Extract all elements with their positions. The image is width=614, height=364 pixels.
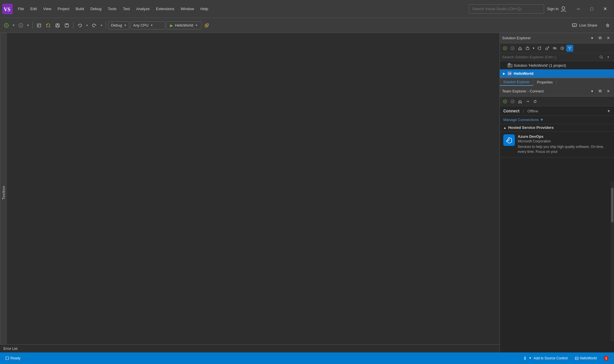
azure-info: Azure DevOps Microsoft Corporation Servi…	[518, 134, 611, 154]
svg-point-31	[524, 359, 526, 360]
tab-properties[interactable]: Properties	[533, 79, 556, 86]
status-ready[interactable]: Ready	[3, 356, 22, 361]
menu-view[interactable]: View	[40, 5, 54, 13]
menu-window[interactable]: Window	[178, 5, 197, 13]
live-share-button[interactable]: Live Share	[568, 21, 601, 29]
toolbar-extra-button[interactable]	[203, 21, 211, 29]
right-panel: Solution Explorer ▾ ✕	[500, 33, 614, 352]
pin-button[interactable]	[604, 21, 612, 29]
menu-project[interactable]: Project	[55, 5, 72, 13]
svg-rect-19	[555, 48, 556, 49]
menu-edit[interactable]: Edit	[27, 5, 40, 13]
window-controls: ─ □ ✕	[572, 3, 612, 15]
maximize-button[interactable]: □	[585, 3, 598, 15]
menu-file[interactable]: File	[15, 5, 27, 13]
save-button[interactable]	[53, 21, 62, 29]
configuration-chevron-icon: ▼	[124, 24, 127, 27]
nav-forward-button[interactable]	[17, 21, 25, 29]
redo-button[interactable]	[90, 21, 98, 29]
se-home-button[interactable]	[517, 45, 524, 52]
te-back-button[interactable]	[502, 98, 508, 105]
se-search-input[interactable]	[502, 55, 598, 59]
menu-test[interactable]: Test	[120, 5, 133, 13]
solution-panel-tabs: Solution Explorer Properties	[500, 78, 614, 86]
te-forward-button[interactable]	[509, 98, 516, 105]
hosted-providers-section[interactable]: ▲ Hosted Service Providers	[500, 124, 614, 131]
status-project[interactable]: C# HelloWorld	[573, 356, 598, 361]
solution-expand-icon[interactable]	[502, 63, 506, 67]
menu-analyze[interactable]: Analyze	[133, 5, 152, 13]
se-collapse-button[interactable]	[544, 45, 551, 52]
nav-back-button[interactable]	[2, 21, 10, 29]
svg-point-27	[503, 100, 507, 103]
svg-point-4	[19, 23, 23, 27]
se-search-dropdown[interactable]: ▼	[605, 54, 612, 61]
menu-extensions[interactable]: Extensions	[153, 5, 177, 13]
project-expand-icon[interactable]: ▶	[502, 71, 506, 75]
run-button[interactable]: ▶ HelloWorld ▼	[166, 21, 201, 29]
solution-label: Solution 'HelloWorld' (1 project)	[514, 63, 566, 68]
redo-dropdown-button[interactable]: ▼	[99, 21, 103, 29]
solution-explorer-title: Solution Explorer	[502, 36, 587, 40]
status-bar: Ready Add to Source Control C# HelloWorl…	[0, 352, 614, 364]
source-control-label: Add to Source Control	[533, 356, 567, 360]
connect-title: Connect	[503, 109, 519, 113]
menu-build[interactable]: Build	[73, 5, 87, 13]
vs-logo-icon: VS	[2, 4, 13, 14]
se-search-icon[interactable]	[598, 54, 605, 61]
te-refresh-button[interactable]	[532, 98, 539, 105]
nav-forward-dropdown-button[interactable]: ▼	[26, 21, 30, 29]
team-explorer-header: Team Explorer - Connect ▾ ✕	[500, 86, 614, 96]
se-refresh-button[interactable]	[536, 45, 543, 52]
error-list-label: Error List	[3, 347, 18, 351]
notification-button[interactable]: 1	[602, 355, 611, 361]
manage-connections-arrow-icon: ▼	[540, 118, 544, 122]
source-control-button[interactable]: Add to Source Control	[521, 356, 569, 361]
save-all-button[interactable]	[63, 21, 71, 29]
se-settings-dropdown[interactable]: ▼	[532, 45, 536, 52]
solution-explorer-dropdown-button[interactable]: ▾	[589, 35, 595, 42]
se-properties-button[interactable]	[559, 45, 566, 52]
te-connect-button[interactable]	[524, 98, 531, 105]
project-icon: C#	[507, 71, 513, 76]
menu-help[interactable]: Help	[197, 5, 211, 13]
project-tree-item[interactable]: ▶ C# HelloWorld	[500, 69, 614, 77]
connect-dropdown-button[interactable]: ▼	[607, 109, 611, 113]
scrollbar-thumb[interactable]	[611, 188, 613, 222]
undo-dropdown-button[interactable]: ▼	[85, 21, 89, 29]
se-forward-button[interactable]	[509, 45, 516, 52]
configuration-dropdown[interactable]: Debug ▼	[108, 21, 129, 29]
te-close-button[interactable]: ✕	[605, 88, 612, 95]
se-filter-button[interactable]	[566, 45, 573, 52]
svg-rect-16	[526, 48, 529, 50]
close-button[interactable]: ✕	[598, 3, 612, 15]
search-input[interactable]	[469, 4, 544, 14]
editor-area[interactable]	[7, 33, 500, 352]
undo-button[interactable]	[76, 21, 84, 29]
open-file-button[interactable]	[44, 21, 52, 29]
se-sync-button[interactable]	[551, 45, 558, 52]
platform-dropdown[interactable]: Any CPU ▼	[130, 21, 165, 29]
upload-icon	[528, 356, 532, 360]
minimize-button[interactable]: ─	[572, 3, 585, 15]
sign-in-button[interactable]: Sign in	[544, 4, 569, 14]
manage-connections-button[interactable]: Manage Connections ▼	[500, 116, 614, 124]
se-back-button[interactable]	[502, 45, 508, 52]
run-label: HelloWorld	[175, 23, 193, 27]
se-settings-button[interactable]	[524, 45, 531, 52]
solution-explorer-close-button[interactable]: ✕	[605, 35, 612, 42]
menu-debug[interactable]: Debug	[88, 5, 104, 13]
nav-dropdown-button[interactable]: ▼	[12, 21, 16, 29]
te-dropdown-button[interactable]: ▾	[589, 88, 595, 95]
solution-explorer-pin-button[interactable]	[597, 35, 604, 42]
new-project-button[interactable]	[35, 21, 43, 29]
menu-tools[interactable]: Tools	[105, 5, 119, 13]
tab-solution-explorer[interactable]: Solution Explorer	[500, 79, 533, 86]
solution-tree-item[interactable]: S Solution 'HelloWorld' (1 project)	[500, 61, 614, 69]
te-home-button[interactable]	[517, 98, 524, 105]
team-explorer-scrollbar[interactable]	[611, 181, 614, 341]
te-pin-button[interactable]	[597, 88, 604, 95]
toolbox-tab[interactable]: Toolbox	[0, 33, 7, 352]
error-list-bar[interactable]: Error List	[0, 344, 500, 352]
solution-explorer-panel: Solution Explorer ▾ ✕	[500, 33, 614, 78]
